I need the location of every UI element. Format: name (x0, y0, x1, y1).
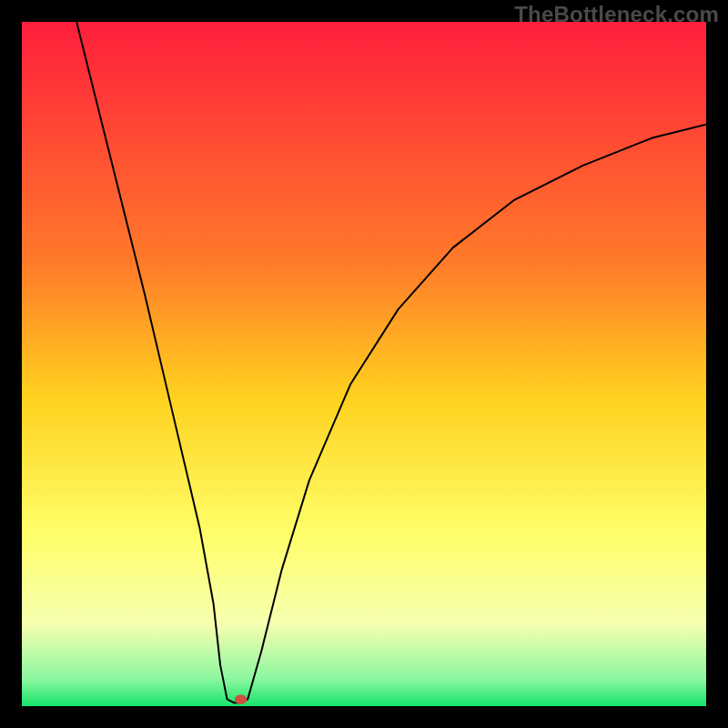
optimal-point-marker (235, 694, 248, 704)
chart-frame: TheBottleneck.com (0, 0, 728, 728)
watermark-text: TheBottleneck.com (514, 2, 719, 27)
bottleneck-chart (22, 22, 706, 706)
